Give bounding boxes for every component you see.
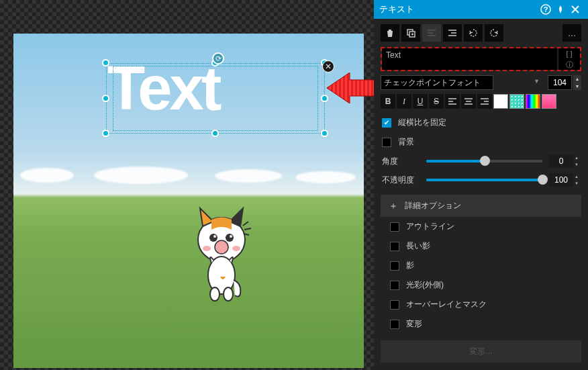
glow-checkbox[interactable]	[390, 281, 399, 290]
align-left-button[interactable]	[445, 94, 460, 109]
lock-ratio-label: 縦横比を固定	[398, 117, 446, 128]
svg-point-4	[230, 235, 232, 238]
overlay-checkbox[interactable]	[390, 300, 399, 310]
bold-button[interactable]: B	[381, 94, 395, 109]
angle-down[interactable]: ▼	[573, 161, 580, 168]
handle-nw[interactable]	[102, 59, 109, 66]
opacity-value[interactable]	[549, 173, 573, 187]
angle-label: 角度	[382, 156, 420, 167]
font-size-down[interactable]: ▼	[573, 83, 581, 90]
delete-button[interactable]	[381, 24, 399, 42]
align-right2-button[interactable]	[477, 94, 492, 109]
background-label: 背景	[398, 136, 414, 148]
svg-point-9	[210, 287, 219, 301]
align-center-button[interactable]	[461, 94, 476, 109]
background-checkbox[interactable]	[382, 138, 391, 147]
svg-point-7	[232, 246, 240, 251]
lock-ratio-checkbox[interactable]: ✔	[382, 118, 391, 128]
text-info-button[interactable]: ⓘ	[558, 59, 580, 70]
shadow-row[interactable]: 影	[381, 256, 581, 275]
help-icon[interactable]: ?	[538, 2, 553, 17]
pin-icon[interactable]	[553, 2, 568, 17]
advanced-toggle[interactable]: ＋ 詳細オプション	[381, 195, 581, 217]
svg-point-3	[226, 234, 234, 242]
text-input[interactable]: Text	[382, 48, 557, 70]
angle-row: 角度 ▲▼	[374, 152, 588, 171]
svg-point-2	[213, 235, 216, 238]
canvas[interactable]: Text ⟳ ✕	[13, 34, 364, 368]
color-swatch-rainbow[interactable]	[526, 94, 540, 109]
handle-se[interactable]	[321, 130, 328, 137]
duplicate-button[interactable]	[401, 24, 420, 42]
toolbar: ...	[374, 19, 588, 47]
handle-w[interactable]	[102, 95, 109, 102]
style-row: B I U S	[374, 94, 588, 113]
svg-point-10	[224, 287, 233, 301]
deform-button: 変形...	[381, 340, 581, 363]
align-right-button[interactable]	[443, 24, 462, 42]
deform-checkbox[interactable]	[390, 320, 399, 329]
strike-button[interactable]: S	[429, 94, 444, 109]
rotate-cw-button[interactable]	[485, 24, 503, 42]
font-size-spinner[interactable]: ▲▼	[548, 75, 581, 90]
deform-row[interactable]: 変形	[381, 314, 581, 334]
svg-point-5	[215, 240, 228, 254]
lock-ratio-row[interactable]: ✔ 縦横比を固定	[374, 113, 588, 132]
color-swatch-pink[interactable]	[542, 94, 556, 109]
underline-button[interactable]: U	[413, 94, 428, 109]
delete-handle[interactable]: ✕	[322, 60, 334, 73]
opacity-up[interactable]: ▲	[573, 173, 580, 180]
font-row: チェックポイントフォント ▲▼	[374, 71, 588, 94]
opacity-row: 不透明度 ▲▼	[374, 171, 588, 189]
opacity-label: 不透明度	[382, 175, 420, 186]
handle-sw[interactable]	[102, 130, 109, 137]
font-size-up[interactable]: ▲	[573, 75, 581, 83]
handle-e[interactable]	[321, 95, 328, 102]
shadow-label: 影	[406, 260, 414, 271]
opacity-slider[interactable]	[426, 179, 542, 181]
glow-row[interactable]: 光彩(外側)	[381, 275, 581, 295]
angle-slider[interactable]	[426, 160, 542, 163]
panel-title: テキスト	[379, 3, 538, 15]
close-icon[interactable]	[568, 2, 583, 17]
text-panel: テキスト ? ... Text [ ] ⓘ チェックポイントフォント ▲▼	[374, 0, 588, 370]
svg-point-1	[209, 234, 217, 242]
align-disabled	[422, 24, 441, 42]
color-swatch-white[interactable]	[493, 94, 508, 109]
plus-icon: ＋	[389, 201, 398, 211]
cat-image	[188, 203, 262, 310]
long-shadow-label: 長い影	[406, 240, 430, 252]
svg-point-6	[203, 246, 211, 251]
shadow-checkbox[interactable]	[390, 261, 399, 271]
special-chars-button[interactable]: [ ]	[558, 48, 580, 59]
long-shadow-checkbox[interactable]	[390, 242, 399, 251]
overlay-label: オーバーレイとマスク	[406, 299, 487, 310]
glow-label: 光彩(外側)	[406, 279, 444, 291]
handle-s[interactable]	[211, 130, 219, 137]
more-button[interactable]: ...	[562, 24, 581, 42]
rotate-handle[interactable]: ⟳	[212, 52, 224, 64]
selection-inner-box	[113, 66, 318, 131]
background-row[interactable]: 背景	[374, 132, 588, 152]
svg-text:?: ?	[544, 5, 548, 13]
advanced-label: 詳細オプション	[405, 200, 461, 212]
italic-button[interactable]: I	[397, 94, 411, 109]
opacity-down[interactable]: ▼	[573, 180, 580, 187]
outline-checkbox[interactable]	[390, 222, 399, 232]
outline-row[interactable]: アウトライン	[381, 217, 581, 236]
deform-label: 変形	[406, 318, 422, 330]
panel-header[interactable]: テキスト ?	[374, 0, 588, 19]
angle-value[interactable]	[549, 154, 573, 168]
rotate-ccw-button[interactable]	[464, 24, 483, 42]
color-swatch-texture[interactable]	[509, 94, 524, 109]
font-select[interactable]: チェックポイントフォント	[381, 75, 493, 90]
font-size-input[interactable]	[548, 75, 572, 90]
text-input-area: Text [ ] ⓘ	[381, 47, 581, 71]
overlay-row[interactable]: オーバーレイとマスク	[381, 295, 581, 314]
long-shadow-row[interactable]: 長い影	[381, 236, 581, 256]
angle-up[interactable]: ▲	[573, 154, 580, 161]
clouds	[13, 154, 364, 188]
outline-label: アウトライン	[406, 221, 454, 232]
